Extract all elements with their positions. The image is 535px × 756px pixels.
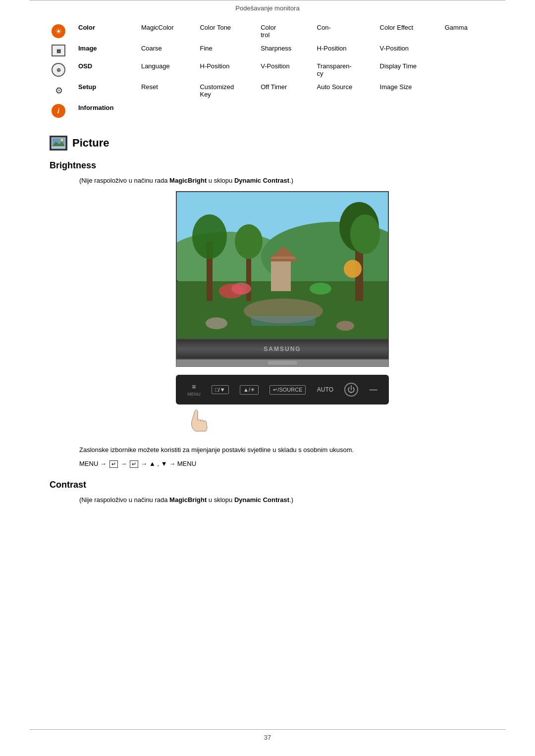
color-item3[interactable]: Colortrol [257, 21, 313, 42]
color-item2[interactable]: Color Tone [196, 21, 257, 42]
osd-item5[interactable]: Display Time [376, 59, 441, 80]
contrast-heading: Contrast [50, 480, 485, 490]
brightness-menu-nav: MENU → ↵ → ↵ → ▲ , ▼ → MENU [79, 460, 485, 468]
control-bar-container: ≡ MENU □/▼ ▲/☀ ↵/SOURCE AU [176, 375, 389, 435]
color-icon-cell: ☀ [50, 21, 74, 42]
mouse-area [176, 406, 389, 435]
monitor-garden-svg [177, 192, 389, 340]
color-item4[interactable]: Con- [313, 21, 376, 42]
brightness-body: (Nije raspoloživo u načinu rada MagicBri… [79, 177, 485, 468]
setup-item1[interactable]: Reset [137, 80, 196, 101]
image-label-cell: Image [74, 42, 137, 59]
picture-title-text: Picture [72, 137, 109, 150]
svg-point-15 [235, 224, 263, 259]
image-label[interactable]: Image [78, 45, 97, 52]
info-icon-cell: i [50, 101, 74, 121]
svg-point-22 [310, 283, 331, 295]
brightness-note: (Nije raspoloživo u načinu rada MagicBri… [79, 177, 485, 184]
enter-source-button[interactable]: ↵/SOURCE [269, 385, 306, 395]
svg-rect-26 [251, 316, 316, 326]
osd-item-empty [441, 59, 485, 80]
setup-icon[interactable]: ⚙ [52, 84, 66, 98]
nav-row-info: i Information [50, 101, 485, 121]
source-down-button[interactable]: □/▼ [212, 385, 229, 394]
setup-item5[interactable]: Image Size [376, 80, 441, 101]
color-icon[interactable]: ☀ [52, 24, 65, 38]
image-item3[interactable]: Sharpness [257, 42, 313, 59]
nav-row-osd: ⊕ OSD Language H-Position V-Position Tra… [50, 59, 485, 80]
contrast-note: (Nije raspoloživo u načinu rada MagicBri… [79, 496, 485, 504]
image-item5[interactable]: V-Position [376, 42, 441, 59]
stand-foot [268, 361, 297, 365]
info-icon[interactable]: i [52, 104, 65, 118]
power-button[interactable]: ⏻ [344, 383, 358, 397]
osd-item2[interactable]: H-Position [196, 59, 257, 80]
brightness-desc: Zaslonske izbornike možete koristiti za … [79, 445, 485, 455]
page-wrapper: Podešavanje monitora ☀ Color MagicColor … [0, 0, 535, 756]
page-header: Podešavanje monitora [30, 4, 505, 12]
picture-section: Picture Brightness (Nije raspoloživo u n… [50, 136, 485, 504]
image-icon-cell: ▦ [50, 42, 74, 59]
osd-icon-cell: ⊕ [50, 59, 74, 80]
color-label-cell: Color [74, 21, 137, 42]
monitor-bezel-bottom: SAMSUNG [176, 340, 389, 359]
color-item1[interactable]: MagicColor [137, 21, 196, 42]
image-item1[interactable]: Coarse [137, 42, 196, 59]
setup-item3[interactable]: Off Timer [257, 80, 313, 101]
auto-button[interactable]: AUTO [317, 386, 333, 393]
setup-label[interactable]: Setup [78, 83, 96, 91]
svg-point-23 [344, 260, 362, 278]
info-label-cell: Information [74, 101, 137, 121]
svg-point-2 [60, 139, 63, 141]
brightness-up-button[interactable]: ▲/☀ [240, 385, 259, 395]
color-label[interactable]: Color [78, 24, 95, 31]
setup-item-empty [441, 80, 485, 101]
picture-icon [50, 136, 67, 151]
nav-row-image: ▦ Image Coarse Fine Sharpness H-Position [50, 42, 485, 59]
mouse-svg [186, 406, 220, 434]
menu-button[interactable]: ≡ MENU [187, 383, 201, 397]
svg-point-21 [231, 283, 251, 295]
svg-point-13 [192, 214, 227, 259]
samsung-logo: SAMSUNG [264, 346, 301, 353]
nav-section: ☀ Color MagicColor Color Tone Colortrol … [50, 21, 485, 121]
svg-point-24 [206, 317, 227, 329]
brightness-heading: Brightness [50, 160, 485, 171]
picture-title-row: Picture [50, 136, 485, 151]
setup-icon-cell: ⚙ [50, 80, 74, 101]
control-bar: ≡ MENU □/▼ ▲/☀ ↵/SOURCE AU [176, 375, 389, 404]
nav-grid: ☀ Color MagicColor Color Tone Colortrol … [50, 21, 485, 121]
bottom-area: 37 [0, 729, 535, 741]
bottom-rule: 37 [30, 729, 505, 741]
osd-item4[interactable]: Transparen-cy [313, 59, 376, 80]
monitor-image-container: SAMSUNG [176, 191, 389, 367]
osd-label[interactable]: OSD [78, 62, 92, 70]
svg-rect-16 [271, 261, 291, 291]
svg-point-11 [350, 214, 380, 254]
color-item5[interactable]: Color Effect [376, 21, 441, 42]
osd-label-cell: OSD [74, 59, 137, 80]
brightness-section: Brightness (Nije raspoloživo u načinu ra… [50, 160, 485, 468]
osd-item3[interactable]: V-Position [257, 59, 313, 80]
color-item6[interactable]: Gamma [441, 21, 485, 42]
osd-icon[interactable]: ⊕ [52, 63, 65, 77]
nav-row-setup: ⚙ Setup Reset CustomizedKey Off Timer Au… [50, 80, 485, 101]
setup-label-cell: Setup [74, 80, 137, 101]
setup-item2[interactable]: CustomizedKey [196, 80, 257, 101]
monitor-screen-outer [176, 191, 389, 340]
image-item2[interactable]: Fine [196, 42, 257, 59]
osd-item1[interactable]: Language [137, 59, 196, 80]
contrast-body: (Nije raspoloživo u načinu rada MagicBri… [79, 496, 485, 504]
info-label[interactable]: Information [78, 104, 114, 111]
image-item-empty [441, 42, 485, 59]
contrast-section: Contrast (Nije raspoloživo u načinu rada… [50, 480, 485, 504]
image-item4[interactable]: H-Position [313, 42, 376, 59]
svg-point-25 [336, 321, 354, 331]
image-icon[interactable]: ▦ [52, 45, 65, 56]
nav-row-color: ☀ Color MagicColor Color Tone Colortrol … [50, 21, 485, 42]
page-number: 37 [30, 734, 505, 741]
top-rule: Podešavanje monitora [30, 0, 505, 12]
monitor-stand-base [176, 359, 389, 367]
minus-button[interactable]: — [370, 385, 377, 394]
setup-item4[interactable]: Auto Source [313, 80, 376, 101]
